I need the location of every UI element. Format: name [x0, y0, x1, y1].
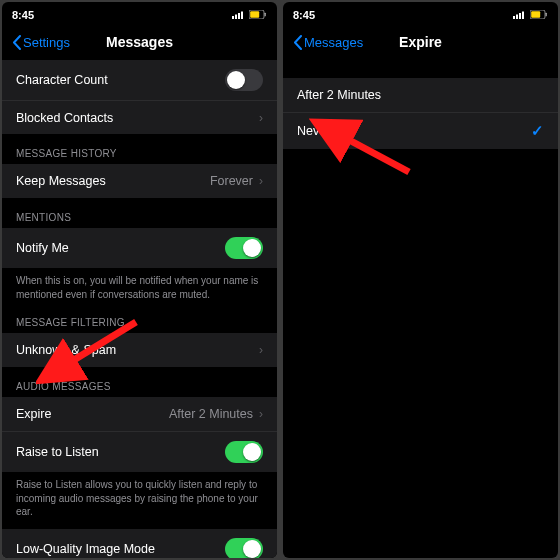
option-label: After 2 Minutes — [297, 88, 544, 102]
status-bar: 8:45 — [283, 2, 558, 24]
status-time: 8:45 — [12, 9, 34, 21]
low-quality-label: Low-Quality Image Mode — [16, 542, 225, 556]
svg-rect-15 — [546, 13, 547, 17]
unknown-spam-label: Unknown & Spam — [16, 343, 259, 357]
mentions-footer: When this is on, you will be notified wh… — [2, 268, 277, 303]
battery-icon — [249, 10, 267, 19]
notify-me-row[interactable]: Notify Me — [2, 228, 277, 268]
chevron-right-icon: › — [259, 407, 263, 421]
expire-screen: 8:45 Messages Expire After 2 Minutes Nev… — [283, 2, 558, 558]
low-quality-row[interactable]: Low-Quality Image Mode — [2, 529, 277, 559]
status-indicators — [513, 10, 548, 19]
back-label: Settings — [23, 35, 70, 50]
audio-header: AUDIO MESSAGES — [2, 367, 277, 397]
signal-icon — [513, 10, 527, 19]
svg-rect-11 — [519, 13, 521, 19]
chevron-right-icon: › — [259, 343, 263, 357]
svg-rect-1 — [235, 15, 237, 20]
svg-rect-6 — [265, 13, 266, 17]
back-button[interactable]: Settings — [12, 35, 70, 50]
option-never[interactable]: Never ✓ — [283, 112, 558, 149]
raise-to-listen-toggle[interactable] — [225, 441, 263, 463]
checkmark-icon: ✓ — [531, 122, 544, 140]
unknown-spam-row[interactable]: Unknown & Spam › — [2, 333, 277, 367]
low-quality-toggle[interactable] — [225, 538, 263, 559]
status-indicators — [232, 10, 267, 19]
keep-messages-value: Forever — [210, 174, 253, 188]
back-label: Messages — [304, 35, 363, 50]
blocked-contacts-row[interactable]: Blocked Contacts › — [2, 100, 277, 134]
back-button[interactable]: Messages — [293, 35, 363, 50]
keep-messages-row[interactable]: Keep Messages Forever › — [2, 164, 277, 198]
audio-footer: Raise to Listen allows you to quickly li… — [2, 472, 277, 521]
notify-me-toggle[interactable] — [225, 237, 263, 259]
notify-me-label: Notify Me — [16, 241, 225, 255]
battery-icon — [530, 10, 548, 19]
character-count-label: Character Count — [16, 73, 225, 87]
filtering-header: MESSAGE FILTERING — [2, 303, 277, 333]
chevron-left-icon — [12, 35, 21, 50]
expire-options: After 2 Minutes Never ✓ — [283, 60, 558, 558]
expire-value: After 2 Minutes — [169, 407, 253, 421]
keep-messages-label: Keep Messages — [16, 174, 210, 188]
svg-rect-14 — [531, 11, 540, 18]
chevron-right-icon: › — [259, 111, 263, 125]
status-bar: 8:45 — [2, 2, 277, 24]
svg-rect-5 — [250, 11, 259, 18]
nav-bar: Settings Messages — [2, 24, 277, 60]
raise-to-listen-label: Raise to Listen — [16, 445, 225, 459]
status-time: 8:45 — [293, 9, 315, 21]
message-history-header: MESSAGE HISTORY — [2, 134, 277, 164]
messages-settings-screen: 8:45 Settings Messages Character Count B… — [2, 2, 277, 558]
character-count-row[interactable]: Character Count — [2, 60, 277, 100]
character-count-toggle[interactable] — [225, 69, 263, 91]
chevron-right-icon: › — [259, 174, 263, 188]
svg-rect-2 — [238, 13, 240, 19]
expire-row[interactable]: Expire After 2 Minutes › — [2, 397, 277, 431]
svg-rect-0 — [232, 16, 234, 19]
signal-icon — [232, 10, 246, 19]
raise-to-listen-row[interactable]: Raise to Listen — [2, 431, 277, 472]
svg-rect-10 — [516, 15, 518, 20]
svg-rect-9 — [513, 16, 515, 19]
option-after-2-minutes[interactable]: After 2 Minutes — [283, 78, 558, 112]
svg-rect-3 — [241, 12, 243, 20]
mentions-header: MENTIONS — [2, 198, 277, 228]
option-label: Never — [297, 124, 531, 138]
blocked-contacts-label: Blocked Contacts — [16, 111, 259, 125]
nav-bar: Messages Expire — [283, 24, 558, 60]
settings-list: Character Count Blocked Contacts › MESSA… — [2, 60, 277, 558]
expire-label: Expire — [16, 407, 169, 421]
svg-rect-12 — [522, 12, 524, 20]
chevron-left-icon — [293, 35, 302, 50]
